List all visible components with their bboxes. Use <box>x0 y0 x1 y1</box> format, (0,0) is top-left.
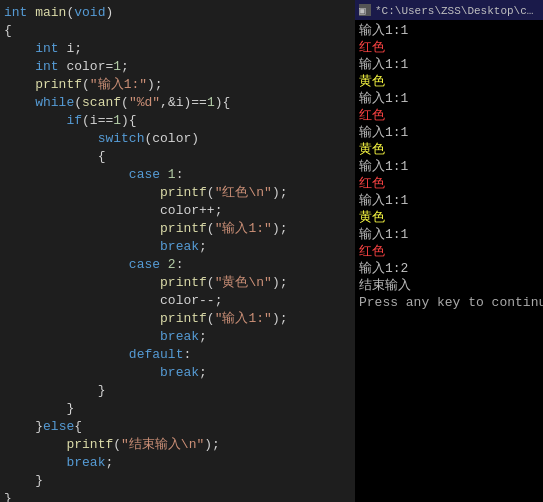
console-title: *C:\Users\ZSS\Desktop\c语言源 <box>375 3 539 18</box>
console-window: ▣ *C:\Users\ZSS\Desktop\c语言源 输入1:1红色输入1:… <box>355 0 543 502</box>
code-line: while(scanf("%d",&i)==1){ <box>0 94 355 112</box>
code-line: printf("输入1:"); <box>0 220 355 238</box>
code-line: { <box>0 148 355 166</box>
console-line: 输入1:1 <box>359 90 539 107</box>
console-line: 输入1:1 <box>359 226 539 243</box>
code-line: } <box>0 472 355 490</box>
code-line: printf("黄色\n"); <box>0 274 355 292</box>
code-line: case 1: <box>0 166 355 184</box>
console-line: 输入1:1 <box>359 22 539 39</box>
console-line: 黄色 <box>359 209 539 226</box>
code-line: } <box>0 490 355 502</box>
console-titlebar: ▣ *C:\Users\ZSS\Desktop\c语言源 <box>355 0 543 20</box>
code-line: switch(color) <box>0 130 355 148</box>
console-output: 输入1:1红色输入1:1黄色输入1:1红色输入1:1黄色输入1:1红色输入1:1… <box>355 20 543 502</box>
code-line: case 2: <box>0 256 355 274</box>
code-line: default: <box>0 346 355 364</box>
code-line: printf("输入1:"); <box>0 76 355 94</box>
console-line: 输入1:1 <box>359 158 539 175</box>
console-line: Press any key to continue <box>359 294 539 311</box>
console-line: 红色 <box>359 107 539 124</box>
code-line: break; <box>0 364 355 382</box>
code-line: }else{ <box>0 418 355 436</box>
console-line: 黄色 <box>359 141 539 158</box>
code-line: printf("红色\n"); <box>0 184 355 202</box>
console-line: 红色 <box>359 243 539 260</box>
console-line: 输入1:1 <box>359 192 539 209</box>
console-line: 红色 <box>359 39 539 56</box>
code-line: if(i==1){ <box>0 112 355 130</box>
code-line: printf("输入1:"); <box>0 310 355 328</box>
code-line: int color=1; <box>0 58 355 76</box>
code-line: int main(void) <box>0 4 355 22</box>
code-line: printf("结束输入\n"); <box>0 436 355 454</box>
code-line: break; <box>0 328 355 346</box>
console-line: 结束输入 <box>359 277 539 294</box>
console-line: 输入1:1 <box>359 124 539 141</box>
code-line: break; <box>0 238 355 256</box>
code-line: { <box>0 22 355 40</box>
code-line: color--; <box>0 292 355 310</box>
code-line: int i; <box>0 40 355 58</box>
console-line: 输入1:1 <box>359 56 539 73</box>
code-line: } <box>0 382 355 400</box>
code-line: } <box>0 400 355 418</box>
console-line: 黄色 <box>359 73 539 90</box>
console-window-icon: ▣ <box>359 4 371 16</box>
console-line: 红色 <box>359 175 539 192</box>
code-line: break; <box>0 454 355 472</box>
console-line: 输入1:2 <box>359 260 539 277</box>
code-line: color++; <box>0 202 355 220</box>
code-editor: int main(void){ int i; int color=1; prin… <box>0 0 355 502</box>
